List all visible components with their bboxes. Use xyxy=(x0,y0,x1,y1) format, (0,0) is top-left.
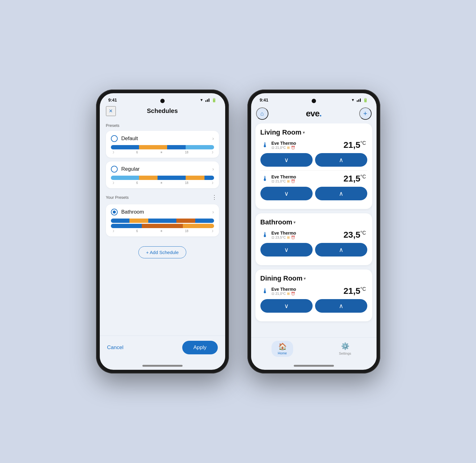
room-bathroom: Bathroom ▾ 🌡 Eve Thermo ⊡ 23,5°C xyxy=(255,213,372,265)
preset-name-default: Default xyxy=(121,136,138,142)
preset-row-bathroom: Bathroom › xyxy=(111,209,214,215)
sub-box-icon-d: ⊡ xyxy=(272,292,274,296)
settings-tab-label: Settings xyxy=(339,352,351,355)
ticks-regular: ☽ 6 ☀ 18 ☽ xyxy=(111,181,214,185)
sub-time-icon-b: ⏰ xyxy=(291,236,295,240)
increase-button-living-2[interactable]: ∧ xyxy=(315,187,367,200)
sub-schedule-icon-d: ⊞ xyxy=(287,292,290,296)
device-left-dining: 🌡 Eve Thermo ⊡ 21,0°C ⊞ ⏰ xyxy=(262,287,296,296)
decrease-button-living-1[interactable]: ∨ xyxy=(260,153,313,167)
preset-card-default[interactable]: Default › ☽ 6 ☀ 18 xyxy=(106,131,219,158)
house-icon: ⌂ xyxy=(260,111,264,117)
device-row-living-1: 🌡 Eve Thermo ⊡ 21,0°C ⊞ ⏰ xyxy=(260,140,367,150)
home-tab-label: Home xyxy=(278,351,287,355)
increase-button-living-1[interactable]: ∧ xyxy=(315,153,367,167)
apply-button[interactable]: Apply xyxy=(182,341,218,354)
tick-18: 18 xyxy=(185,181,188,185)
battery-icon-2: 🔋 xyxy=(363,98,368,102)
phone-schedules: 9:41 ▼ 🔋 × Schedules Presets xyxy=(96,90,229,373)
add-schedule-button[interactable]: + Add Schedule xyxy=(138,246,187,258)
cancel-button[interactable]: Cancel xyxy=(107,344,124,351)
signal-bar-3 xyxy=(209,98,209,102)
temp-unit-2: °C xyxy=(360,174,366,179)
sub-schedule-icon: ⊞ xyxy=(287,146,290,150)
eve-footer: 🏠 Home ⚙️ Settings xyxy=(251,337,377,363)
preset-card-bathroom[interactable]: Bathroom › xyxy=(106,204,219,236)
dropdown-arrow-bathroom[interactable]: ▾ xyxy=(293,220,296,225)
schedules-content: Presets Default › xyxy=(100,118,225,336)
decrease-button-dining[interactable]: ∨ xyxy=(260,299,313,313)
room-name-living: Living Room xyxy=(260,128,301,136)
increase-button-dining[interactable]: ∧ xyxy=(315,299,367,313)
sub-temp-dining: 21,0°C xyxy=(276,292,286,295)
thermometer-icon-1: 🌡 xyxy=(262,141,268,149)
control-btns-living-2: ∨ ∧ xyxy=(260,187,367,200)
device-row-dining: 🌡 Eve Thermo ⊡ 21,0°C ⊞ ⏰ xyxy=(260,286,367,296)
dropdown-arrow-dining[interactable]: ▾ xyxy=(304,276,306,281)
thermometer-icon-bathroom: 🌡 xyxy=(262,231,268,239)
phone-eve: 9:41 ▼ 🔋 ⌂ eve. + xyxy=(247,90,380,373)
radio-default[interactable] xyxy=(111,135,118,142)
close-button[interactable]: × xyxy=(106,106,116,116)
radio-bathroom[interactable] xyxy=(111,209,118,215)
sub-schedule-icon-2: ⊞ xyxy=(287,179,290,183)
camera-notch-2 xyxy=(312,99,316,103)
preset-row-default: Default › xyxy=(111,135,214,142)
room-title-bathroom: Bathroom ▾ xyxy=(260,218,367,226)
sub-box-icon: ⊡ xyxy=(272,146,274,150)
device-divider xyxy=(260,170,367,171)
room-dining-room: Dining Room ▾ 🌡 Eve Thermo ⊡ 21,0°C xyxy=(255,269,372,321)
your-presets-label: Your Presets xyxy=(106,195,129,200)
eve-add-button[interactable]: + xyxy=(359,107,372,120)
sub-temp-living-1: 21,0°C xyxy=(276,146,286,149)
device-sub-living-1: ⊡ 21,0°C ⊞ ⏰ xyxy=(272,146,296,150)
increase-button-bathroom[interactable]: ∧ xyxy=(315,243,367,257)
home-indicator-2 xyxy=(294,365,334,367)
temp-unit-b: °C xyxy=(360,230,366,236)
device-info-bathroom: Eve Thermo ⊡ 23,5°C ⊞ ⏰ xyxy=(272,231,296,240)
status-icons-2: ▼ 🔋 xyxy=(351,98,368,102)
control-btns-dining: ∨ ∧ xyxy=(260,299,367,313)
tick-6: 6 xyxy=(136,229,138,233)
decrease-button-living-2[interactable]: ∨ xyxy=(260,187,313,200)
decrease-button-bathroom[interactable]: ∨ xyxy=(260,243,313,257)
eve-home-button[interactable]: ⌂ xyxy=(256,107,268,120)
device-sub-dining: ⊡ 21,0°C ⊞ ⏰ xyxy=(272,292,296,296)
bar-seg xyxy=(139,176,158,180)
tick-sun: ☀ xyxy=(160,229,163,233)
device-sub-bathroom: ⊡ 23,5°C ⊞ ⏰ xyxy=(272,236,296,240)
menu-dots-button[interactable]: ⋮ xyxy=(210,193,219,201)
schedules-footer: Cancel Apply xyxy=(100,336,225,363)
camera-notch xyxy=(160,99,165,103)
sub-time-icon: ⏰ xyxy=(291,146,295,150)
schedules-header: × Schedules xyxy=(100,105,225,118)
signal-bars xyxy=(205,98,209,102)
thermometer-icon-2: 🌡 xyxy=(262,175,268,183)
preset-left-regular: Regular xyxy=(111,166,140,173)
chevron-default: › xyxy=(212,136,214,141)
bar-seg xyxy=(111,145,139,149)
bar-seg xyxy=(142,224,183,228)
radio-regular[interactable] xyxy=(111,166,118,173)
tab-settings[interactable]: ⚙️ Settings xyxy=(314,338,377,363)
schedules-title: Schedules xyxy=(147,107,178,115)
schedule-bar-default: ☽ 6 ☀ 18 ☽ xyxy=(111,145,214,154)
tick-moon2: ☽ xyxy=(211,151,213,154)
preset-card-regular[interactable]: Regular › ☽ 6 ☀ xyxy=(106,161,219,188)
home-indicator-1 xyxy=(142,365,183,367)
device-row-bathroom: 🌡 Eve Thermo ⊡ 23,5°C ⊞ ⏰ xyxy=(260,230,367,240)
tab-home[interactable]: 🏠 Home xyxy=(251,338,314,363)
time-1: 9:41 xyxy=(108,98,117,102)
bar-seg xyxy=(111,219,130,223)
chevron-regular: › xyxy=(212,166,214,172)
dropdown-arrow-living[interactable]: ▾ xyxy=(303,130,305,135)
preset-left-default: Default xyxy=(111,135,138,142)
wifi-icon: ▼ xyxy=(200,98,204,102)
bar-bathroom-bottom xyxy=(111,224,214,228)
radio-bathroom-inner xyxy=(113,211,116,214)
temp-unit-d: °C xyxy=(360,286,366,292)
bar-seg xyxy=(111,224,142,228)
control-btns-bathroom: ∨ ∧ xyxy=(260,243,367,257)
preset-row-regular: Regular › xyxy=(111,166,214,173)
chevron-bathroom: › xyxy=(212,209,214,215)
